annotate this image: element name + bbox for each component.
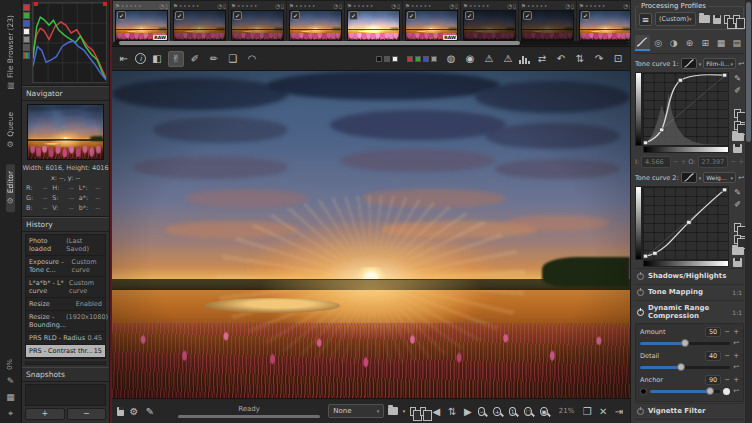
flip-vertical-icon[interactable]: ⇅ [572,51,588,67]
star-icon[interactable]: • [196,3,199,9]
zoom-in-icon[interactable]: + [493,407,501,416]
power-icon[interactable] [637,273,644,280]
sharpening-mask-icon[interactable]: ◉ [462,51,478,67]
edited-icon[interactable]: ◔ [333,3,338,9]
tab-detail[interactable]: ◎ [651,35,666,51]
trash-icon[interactable]: ▯ [455,3,458,9]
copy-profile-icon[interactable] [410,407,416,416]
grid-overlay-icon[interactable]: ▦ [6,392,15,402]
color-label-icon[interactable]: ⚑ [463,3,468,9]
rotate-left-icon[interactable]: ↶ [553,51,569,67]
star-icon[interactable]: • [527,3,530,9]
star-icon[interactable]: • [540,3,543,9]
star-icon[interactable]: • [544,3,547,9]
hand-tool-icon[interactable]: ✌ [168,51,184,67]
star-icon[interactable]: • [589,3,592,9]
profile-list-icon[interactable]: ≡ [639,13,652,26]
star-icon[interactable]: • [535,3,538,9]
chevron-down-icon[interactable]: ▾ [699,61,702,67]
star-icon[interactable]: • [477,3,480,9]
spin-plus-icon[interactable]: + [738,158,744,166]
preview-blue-swatch[interactable] [423,56,429,62]
save-curve-icon[interactable] [733,144,742,153]
edited-icon[interactable]: ◔ [623,3,628,9]
history-row[interactable]: ResizeEnabled [26,298,105,311]
color-label-icon[interactable]: ⚑ [405,3,410,9]
slider-reset-icon[interactable]: ↩ [733,363,739,371]
chevron-down-icon[interactable]: ▾ [699,175,702,181]
zoom-fit-icon[interactable]: ▢ [524,407,532,416]
slider-handle[interactable] [677,363,685,371]
star-icon[interactable]: • [428,3,431,9]
trash-icon[interactable]: ▯ [281,3,284,9]
star-icon[interactable]: • [134,3,137,9]
star-icon[interactable]: • [254,3,257,9]
hide-right-panel-icon[interactable]: ⇥ [613,406,625,417]
increment-icon[interactable]: + [733,376,739,384]
open-folder-icon[interactable] [388,407,397,415]
load-profile-icon[interactable] [699,15,710,23]
history-row[interactable]: PRS RLD - Radius0.45 [26,332,105,345]
tool-tone-mapping[interactable]: Tone Mapping 1:1 [635,284,744,299]
star-icon[interactable]: • [241,3,244,9]
flip-horizontal-icon[interactable]: ⇄ [534,51,550,67]
star-icon[interactable]: • [192,3,195,9]
color-label-icon[interactable]: ⚑ [347,3,352,9]
slider-handle[interactable] [681,339,689,347]
copy-profile-icon[interactable] [724,15,731,24]
decrement-icon[interactable]: − [724,328,730,336]
edited-icon[interactable]: ◔ [159,3,164,9]
star-icon[interactable]: • [473,3,476,9]
trash-icon[interactable]: ▯ [571,3,574,9]
shadow-clipping-icon[interactable]: ⚠ [500,51,516,67]
image-canvas[interactable] [112,71,630,398]
navigator-thumbnail[interactable] [27,104,104,160]
filmstrip-thumbnail[interactable]: ⚑•••••◔▯✓RAW [113,1,170,42]
pick-point-icon[interactable]: ✐ [734,86,741,95]
paste-curve-icon[interactable] [734,121,741,130]
reset-curve-icon[interactable]: ↩ [738,60,744,68]
history-row[interactable]: PRS - Contrast thr...15 [26,345,105,358]
color-label-icon[interactable]: ⚑ [289,3,294,9]
curve-canvas[interactable] [642,186,729,260]
color-label-icon[interactable]: ⚑ [173,3,178,9]
preview-luma-swatch[interactable] [431,56,437,62]
star-icon[interactable]: • [121,3,124,9]
tool-vignette-filter[interactable]: Vignette Filter [635,403,744,418]
star-icon[interactable]: • [250,3,253,9]
copy-curve-icon[interactable] [734,109,741,118]
slider-value[interactable]: 40 [705,351,721,361]
star-icon[interactable]: • [295,3,298,9]
star-icon[interactable]: • [183,3,186,9]
star-icon[interactable]: • [179,3,182,9]
highlight-clipping-icon[interactable]: ⚠ [481,51,497,67]
filmstrip-thumbnail[interactable]: ⚑•••••◔▯✓RAW [403,1,460,42]
paste-profile-icon[interactable] [733,15,740,24]
color-label-icon[interactable]: ⚑ [231,3,236,9]
crosshair-icon[interactable]: ⌖ [8,408,13,419]
tab-queue[interactable]: ⚙ Queue [6,105,15,156]
histogram-channel-button[interactable] [23,20,30,27]
histogram-channel-button[interactable] [23,36,30,43]
power-icon[interactable] [637,309,644,316]
fullscreen-icon[interactable]: ✕ [597,406,609,417]
curve-mode-select[interactable]: Weighte…andard ▾ [703,172,736,183]
histogram-channel-button[interactable] [23,28,30,35]
send-to-editor-icon[interactable]: ✎ [144,406,156,417]
bg-gray-swatch[interactable] [384,56,390,62]
slider-reset-icon[interactable]: ↩ [733,387,739,395]
color-label-icon[interactable]: ⚑ [115,3,120,9]
scrollbar-thumb[interactable] [746,2,751,142]
edited-icon[interactable]: ◔ [275,3,280,9]
trash-icon[interactable]: ▯ [165,3,168,9]
copy-curve-icon[interactable] [734,223,741,232]
reset-curve-icon[interactable]: ↩ [738,174,744,182]
straighten-icon[interactable]: ✎ [7,376,15,386]
history-row[interactable]: L*a*b* - L* curveCustom curve [26,277,105,298]
star-icon[interactable]: • [245,3,248,9]
filmstrip-thumbnail[interactable]: ⚑•••••◔▯✓ [519,1,576,42]
tab-file-browser[interactable]: ▤ File Browser (23) [6,8,15,97]
fine-rotate-tool-icon[interactable]: ✏ [206,51,222,67]
color-label-icon[interactable]: ⚑ [579,3,584,9]
detail-window-icon[interactable]: ⊡ [610,51,626,67]
